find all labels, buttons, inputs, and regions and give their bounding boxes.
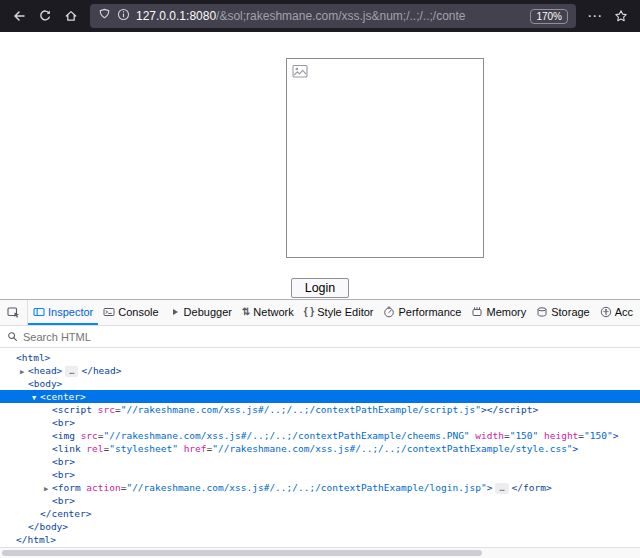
- horizontal-scrollbar[interactable]: [0, 547, 640, 558]
- markup-token-tag: <script: [52, 404, 92, 415]
- markup-token-tag: </center>: [40, 508, 91, 519]
- memory-icon: [471, 306, 483, 318]
- markup-token-value: "//rakeshmane.com/xss.js#/..;/..;/contex…: [104, 430, 470, 441]
- tab-label: Performance: [398, 306, 461, 318]
- tab-console[interactable]: Console: [98, 300, 163, 325]
- markup-token-tag: >: [487, 482, 493, 493]
- url-text: 127.0.0.1:8080/&sol;rakeshmane.com/xss.j…: [136, 9, 524, 23]
- markup-node-row[interactable]: <link rel="stylesheet" href="//rakeshman…: [0, 442, 640, 455]
- expand-arrow-icon[interactable]: ▼: [28, 392, 40, 405]
- markup-token-tag: <br>: [52, 456, 75, 467]
- url-bar[interactable]: 127.0.0.1:8080/&sol;rakeshmane.com/xss.j…: [90, 4, 576, 28]
- markup-node-row[interactable]: ▶<head>…</head>: [0, 364, 640, 377]
- markup-node-row[interactable]: <br>: [0, 455, 640, 468]
- page-actions-menu-icon[interactable]: ⋯: [582, 4, 608, 28]
- tab-label: Acc: [615, 306, 633, 318]
- markup-token-tag: <body>: [28, 378, 62, 389]
- scrollbar-thumb[interactable]: [2, 550, 482, 556]
- markup-token-tag: >: [573, 443, 579, 454]
- markup-token-tag: <link: [52, 443, 81, 454]
- tab-label: Console: [118, 306, 158, 318]
- inspector-icon: [33, 306, 45, 318]
- storage-icon: [536, 306, 548, 318]
- tab-performance[interactable]: Performance: [378, 300, 466, 325]
- markup-token-tag: <br>: [52, 417, 75, 428]
- markup-node-row[interactable]: <html>: [0, 351, 640, 364]
- url-domain: 127.0.0.1:8080: [136, 9, 216, 23]
- tab-label: Storage: [551, 306, 590, 318]
- shield-icon[interactable]: [98, 7, 111, 25]
- broken-image-icon: [292, 64, 309, 83]
- markup-token-attr: rel: [86, 443, 103, 454]
- markup-node-row-selected[interactable]: ▼<center>: [0, 390, 640, 403]
- markup-token-tag: <head>: [28, 365, 62, 376]
- tab-label: Style Editor: [317, 306, 373, 318]
- tab-debugger[interactable]: Debugger: [164, 300, 237, 325]
- tab-inspector[interactable]: Inspector: [28, 300, 98, 325]
- bookmark-star-icon[interactable]: [608, 4, 634, 28]
- pick-element-icon[interactable]: [0, 300, 28, 325]
- markup-token-tag: ></script>: [481, 404, 538, 415]
- markup-token-value: "//rakeshmane.com/xss.js#/..;/..;/contex…: [212, 443, 572, 454]
- page-content: Login: [0, 32, 640, 299]
- broken-image-placeholder: [286, 58, 484, 258]
- tab-label: Memory: [486, 306, 526, 318]
- tab-style-editor[interactable]: { } Style Editor: [299, 300, 379, 325]
- markup-token-attr: src: [81, 430, 98, 441]
- markup-node-row[interactable]: <br>: [0, 416, 640, 429]
- markup-token-tag: <html>: [16, 352, 50, 363]
- tab-network[interactable]: ⇅ Network: [237, 300, 299, 325]
- markup-token-tag: <img: [52, 430, 75, 441]
- tab-accessibility[interactable]: Acc: [595, 300, 638, 325]
- tab-label: Network: [253, 306, 293, 318]
- collapsed-ellipsis-badge[interactable]: …: [495, 483, 508, 494]
- markup-token-tag: </head>: [81, 365, 121, 376]
- debugger-icon: [169, 306, 181, 318]
- markup-token-tag: </body>: [28, 521, 68, 532]
- markup-token-value: "stylesheet": [109, 443, 178, 454]
- accessibility-icon: [600, 306, 612, 318]
- markup-token-value: "//rakeshmane.com/xss.js#/..;/..;/contex…: [126, 482, 486, 493]
- info-icon[interactable]: [117, 7, 130, 25]
- markup-node-row[interactable]: ▶<form action="//rakeshmane.com/xss.js#/…: [0, 481, 640, 494]
- markup-token-value: "150": [584, 430, 613, 441]
- markup-token-tag: <br>: [52, 495, 75, 506]
- markup-node-row[interactable]: <br>: [0, 494, 640, 507]
- markup-token-attr: href: [184, 443, 207, 454]
- collapsed-ellipsis-badge[interactable]: …: [65, 366, 78, 377]
- performance-icon: [383, 306, 395, 318]
- url-path: /&sol;rakeshmane.com/xss.js&num;/..;/..;…: [216, 9, 465, 23]
- markup-token-tag: <form: [52, 482, 81, 493]
- markup-node-row[interactable]: </html>: [0, 533, 640, 546]
- browser-window: 127.0.0.1:8080/&sol;rakeshmane.com/xss.j…: [0, 0, 640, 558]
- reload-icon[interactable]: [32, 4, 58, 28]
- markup-token-attr: height: [544, 430, 578, 441]
- tab-label: Inspector: [48, 306, 93, 318]
- markup-token-tag: <br>: [52, 469, 75, 480]
- markup-token-attr: width: [475, 430, 504, 441]
- markup-node-row[interactable]: <script src="//rakeshmane.com/xss.js#/..…: [0, 403, 640, 416]
- home-icon[interactable]: [58, 4, 84, 28]
- markup-tree: <html>▶<head>…</head><body>▼<center><scr…: [0, 348, 640, 547]
- markup-token-tag: >: [613, 430, 619, 441]
- markup-token-value: "150": [510, 430, 539, 441]
- markup-node-row[interactable]: <body>: [0, 377, 640, 390]
- tab-label: Debugger: [184, 306, 232, 318]
- devtools-tabbar: Inspector Console Debugger ⇅ Network { }…: [0, 300, 640, 326]
- zoom-level-button[interactable]: 170%: [530, 9, 568, 24]
- search-html-input[interactable]: [23, 331, 633, 343]
- markup-node-row[interactable]: </body>: [0, 520, 640, 533]
- devtools-panel: Inspector Console Debugger ⇅ Network { }…: [0, 299, 640, 558]
- tab-memory[interactable]: Memory: [466, 300, 531, 325]
- markup-token-attr: action: [86, 482, 120, 493]
- network-icon: ⇅: [242, 306, 250, 317]
- markup-token-attr: src: [98, 404, 115, 415]
- markup-token-value: "//rakeshmane.com/xss.js#/..;/..;/contex…: [121, 404, 481, 415]
- markup-node-row[interactable]: <br>: [0, 468, 640, 481]
- tab-storage[interactable]: Storage: [531, 300, 595, 325]
- markup-node-row[interactable]: </center>: [0, 507, 640, 520]
- login-button[interactable]: Login: [291, 278, 349, 298]
- back-icon[interactable]: [6, 4, 32, 28]
- browser-toolbar: 127.0.0.1:8080/&sol;rakeshmane.com/xss.j…: [0, 0, 640, 32]
- markup-node-row[interactable]: <img src="//rakeshmane.com/xss.js#/..;/.…: [0, 429, 640, 442]
